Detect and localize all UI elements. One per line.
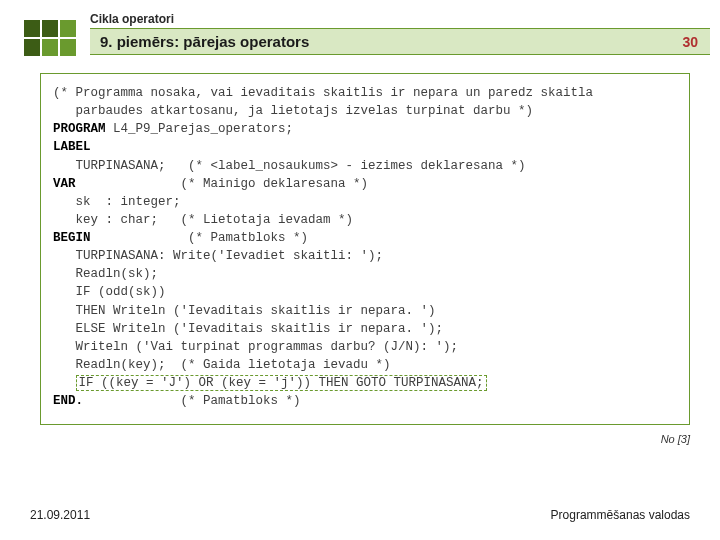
code-listing: (* Programma nosaka, vai ievaditais skai…: [40, 73, 690, 425]
logo-squares: [24, 20, 76, 56]
footer: 21.09.2011 Programmēšanas valodas: [30, 508, 690, 522]
code-line: key : char; (* Lietotaja ievadam *): [53, 213, 353, 227]
code-line: (* Mainigo deklaresana *): [76, 177, 369, 191]
code-line: Readln(key); (* Gaida lietotaja ievadu *…: [53, 358, 391, 372]
code-line: [53, 376, 76, 390]
footer-course: Programmēšanas valodas: [551, 508, 690, 522]
reference-note: No [3]: [0, 433, 690, 445]
code-kw: LABEL: [53, 140, 91, 154]
page-title: 9. piemērs: pārejas operators: [100, 33, 309, 50]
code-line: THEN Writeln ('Ievaditais skaitlis ir ne…: [53, 304, 436, 318]
code-line: Writeln ('Vai turpinat programmas darbu?…: [53, 340, 458, 354]
code-line: TURPINASANA; (* <label_nosaukums> - iezi…: [53, 159, 526, 173]
code-line: (* Pamatbloks *): [91, 231, 309, 245]
goto-highlight: IF ((key = 'J') OR (key = 'j')) THEN GOT…: [76, 375, 487, 391]
code-line: sk : integer;: [53, 195, 181, 209]
footer-date: 21.09.2011: [30, 508, 90, 522]
code-kw: VAR: [53, 177, 76, 191]
code-kw: END.: [53, 394, 83, 408]
code-kw: BEGIN: [53, 231, 91, 245]
code-line: parbaudes atkartosanu, ja lietotajs izve…: [53, 104, 533, 118]
page-number: 30: [682, 34, 698, 50]
code-line: TURPINASANA: Write('Ievadiet skaitli: ')…: [53, 249, 383, 263]
code-line: L4_P9_Parejas_operators;: [106, 122, 294, 136]
code-line: IF (odd(sk)): [53, 285, 166, 299]
code-line: (* Programma nosaka, vai ievaditais skai…: [53, 86, 593, 100]
code-line: ELSE Writeln ('Ievaditais skaitlis ir ne…: [53, 322, 443, 336]
code-line: (* Pamatbloks *): [83, 394, 301, 408]
breadcrumb: Cikla operatori: [90, 12, 720, 26]
title-bar: 9. piemērs: pārejas operators 30: [90, 28, 710, 55]
code-kw: PROGRAM: [53, 122, 106, 136]
code-line: Readln(sk);: [53, 267, 158, 281]
